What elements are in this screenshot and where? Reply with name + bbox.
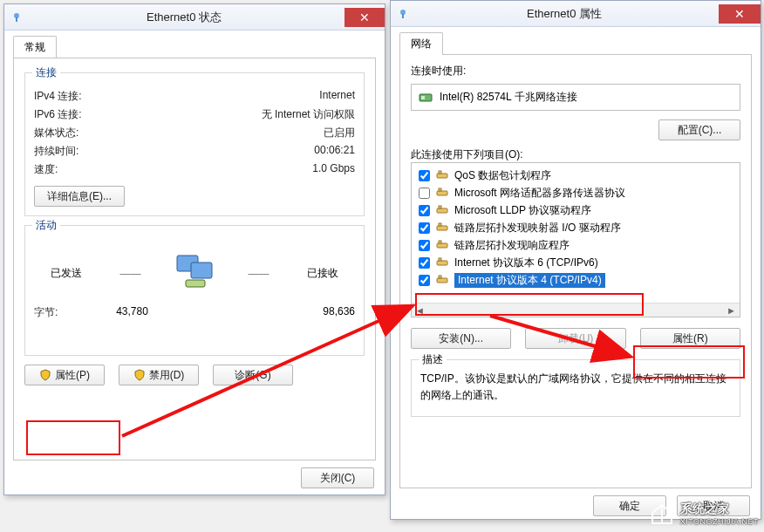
svg-rect-13 [437, 208, 447, 213]
status-window: Ethernet0 状态 ✕ 常规 连接 IPv4 连接:Internet IP… [3, 3, 385, 495]
properties-window: Ethernet0 属性 ✕ 网络 连接时使用: Intel(R) 82574L… [390, 0, 761, 520]
duration-label: 持续时间: [34, 144, 78, 159]
protocol-icon [435, 186, 449, 200]
protocol-icon [435, 238, 449, 252]
svg-rect-18 [439, 241, 441, 243]
status-tab-strip: 常规 [4, 31, 385, 58]
protocol-icon [435, 203, 449, 217]
adapter-box: Intel(R) 82574L 千兆网络连接 [411, 84, 740, 111]
items-label: 此连接使用下列项目(O): [411, 147, 740, 162]
item-checkbox[interactable] [419, 240, 430, 251]
activity-group: 活动 已发送 —— —— 已接收 字节: 43,780 98,636 [24, 225, 365, 356]
list-item[interactable]: 链路层拓扑发现映射器 I/O 驱动程序 [412, 219, 740, 236]
duration-value: 00:06:21 [314, 144, 355, 159]
svg-rect-8 [421, 96, 425, 99]
close-icon[interactable]: ✕ [719, 4, 761, 24]
divider: —— [99, 268, 163, 280]
item-checkbox[interactable] [419, 188, 430, 199]
list-item[interactable]: Internet 协议版本 4 (TCP/IPv4) [412, 271, 740, 289]
item-label: Internet 协议版本 6 (TCP/IPv6) [454, 256, 598, 270]
ipv6-value: 无 Internet 访问权限 [262, 107, 355, 122]
status-title-bar: Ethernet0 状态 ✕ [4, 4, 385, 31]
item-label: QoS 数据包计划程序 [454, 168, 551, 183]
bytes-recv: 98,636 [207, 305, 355, 320]
install-button[interactable]: 安装(N)... [411, 328, 511, 349]
ipv4-value: Internet [319, 89, 355, 104]
sent-label: 已发送 [51, 267, 82, 279]
watermark-logo-icon [649, 501, 675, 527]
svg-rect-10 [439, 171, 441, 174]
close-button[interactable]: 关闭(C) [301, 467, 374, 488]
description-text: TCP/IP。该协议是默认的广域网络协议，它提供在不同的相互连接的网络上的通讯。 [420, 371, 731, 404]
items-list[interactable]: QoS 数据包计划程序Microsoft 网络适配器多路传送器协议Microso… [411, 162, 740, 317]
protocol-icon [435, 256, 449, 269]
recv-label: 已接收 [307, 267, 338, 279]
svg-rect-22 [439, 276, 441, 278]
close-icon[interactable]: ✕ [344, 8, 385, 27]
ipv6-label: IPv6 连接: [34, 107, 82, 122]
svg-rect-6 [402, 14, 404, 18]
diagnose-button[interactable]: 诊断(G) [213, 365, 293, 385]
disable-button[interactable]: 禁用(D) [119, 365, 199, 385]
configure-button[interactable]: 配置(C)... [658, 119, 740, 140]
watermark-sub: XITONGZHIJIA.NET [680, 517, 759, 526]
network-monitor-icon [170, 254, 219, 290]
svg-rect-1 [16, 17, 17, 22]
scroll-left-icon[interactable]: ◄ [412, 305, 428, 316]
item-properties-button[interactable]: 属性(R) [640, 328, 740, 349]
item-checkbox[interactable] [419, 275, 430, 286]
tab-network[interactable]: 网络 [399, 32, 443, 55]
props-tab-strip: 网络 [391, 27, 761, 54]
list-item[interactable]: 链路层拓扑发现响应程序 [412, 236, 740, 254]
shield-icon [133, 369, 146, 381]
shield-icon [39, 369, 51, 381]
speed-value: 1.0 Gbps [312, 162, 355, 177]
status-tab-body: 连接 IPv4 连接:Internet IPv6 连接:无 Internet 访… [13, 58, 376, 460]
speed-label: 速度: [34, 162, 58, 177]
horizontal-scrollbar[interactable]: ◄► [412, 303, 740, 317]
list-item[interactable]: Microsoft LLDP 协议驱动程序 [412, 201, 740, 219]
item-label: Microsoft 网络适配器多路传送器协议 [454, 186, 625, 201]
list-item[interactable]: Internet 协议版本 6 (TCP/IPv6) [412, 254, 740, 271]
status-title: Ethernet0 状态 [24, 10, 344, 25]
status-bottom-buttons: 属性(P) 禁用(D) 诊断(G) [24, 365, 365, 385]
connect-using-label: 连接时使用: [411, 64, 740, 78]
protocol-icon [435, 168, 449, 182]
list-item[interactable]: Microsoft 网络适配器多路传送器协议 [412, 184, 740, 201]
item-checkbox[interactable] [419, 222, 430, 234]
media-label: 媒体状态: [34, 126, 78, 140]
nic-icon [419, 91, 433, 105]
bytes-sent: 43,780 [58, 305, 206, 320]
svg-rect-15 [437, 226, 447, 230]
props-tab-body: 连接时使用: Intel(R) 82574L 千兆网络连接 配置(C)... 此… [399, 54, 752, 488]
divider: —— [227, 268, 291, 280]
protocol-icon [435, 273, 449, 287]
svg-rect-14 [439, 206, 441, 208]
scroll-right-icon[interactable]: ► [723, 305, 740, 316]
svg-rect-20 [439, 258, 441, 261]
details-button[interactable]: 详细信息(E)... [34, 186, 125, 207]
bytes-label: 字节: [34, 305, 58, 320]
item-checkbox[interactable] [419, 257, 430, 269]
svg-rect-12 [439, 188, 441, 191]
item-label: Microsoft LLDP 协议驱动程序 [454, 203, 591, 218]
properties-button[interactable]: 属性(P) [24, 365, 105, 385]
item-label: Internet 协议版本 4 (TCP/IPv4) [454, 273, 605, 288]
props-title: Ethernet0 属性 [410, 6, 719, 22]
app-icon [396, 7, 410, 21]
uninstall-button[interactable]: 卸载(U) [525, 328, 625, 349]
svg-rect-11 [437, 191, 447, 195]
props-title-bar: Ethernet0 属性 ✕ [391, 1, 761, 27]
app-icon [10, 10, 24, 24]
item-label: 链路层拓扑发现映射器 I/O 驱动程序 [454, 221, 621, 235]
list-item[interactable]: QoS 数据包计划程序 [412, 167, 740, 184]
tab-general[interactable]: 常规 [13, 36, 57, 58]
item-checkbox[interactable] [419, 205, 430, 216]
svg-rect-4 [186, 280, 205, 287]
svg-rect-19 [437, 261, 447, 265]
description-legend: 描述 [419, 352, 447, 367]
svg-rect-17 [437, 243, 447, 248]
ipv4-label: IPv4 连接: [34, 89, 82, 104]
svg-rect-21 [437, 278, 447, 283]
item-checkbox[interactable] [419, 170, 430, 181]
